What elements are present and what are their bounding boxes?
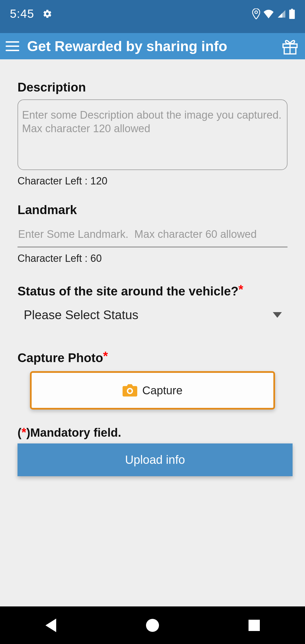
app-bar: Get Rewarded by sharing info — [0, 33, 305, 59]
required-star-icon: * — [103, 349, 108, 363]
capture-photo-label: Capture Photo* — [18, 351, 287, 365]
upload-info-button[interactable]: Upload info — [18, 443, 293, 476]
cell-signal-icon — [277, 9, 286, 18]
navigation-bar — [0, 606, 305, 644]
back-button[interactable] — [42, 617, 59, 634]
app-title: Get Rewarded by sharing info — [27, 38, 273, 55]
recent-apps-button[interactable] — [246, 617, 263, 634]
battery-icon — [289, 9, 295, 19]
landmark-label: Landmark — [18, 203, 287, 217]
home-button[interactable] — [144, 617, 161, 634]
gift-icon[interactable] — [281, 37, 299, 56]
chevron-down-icon — [273, 312, 282, 318]
wifi-icon — [263, 9, 274, 18]
site-status-select[interactable]: Please Select Status — [18, 306, 287, 324]
camera-icon — [123, 384, 137, 397]
description-label: Description — [18, 80, 287, 94]
capture-button-label: Capture — [142, 384, 182, 397]
description-char-left: Character Left : 120 — [18, 175, 287, 187]
capture-button[interactable]: Capture — [30, 371, 275, 410]
form-content: Description Character Left : 120 Landmar… — [0, 59, 305, 606]
site-status-selected: Please Select Status — [24, 308, 273, 322]
mandatory-note: (*)Mandatory field. — [18, 425, 287, 440]
location-icon — [252, 8, 260, 19]
required-star-icon: * — [238, 282, 243, 296]
description-input[interactable] — [18, 99, 287, 170]
landmark-input[interactable] — [18, 226, 287, 247]
required-star-icon: * — [21, 425, 26, 439]
menu-button[interactable] — [6, 39, 20, 53]
landmark-char-left: Character Left : 60 — [18, 253, 287, 264]
status-bar: 5:45 — [0, 0, 305, 33]
status-time: 5:45 — [10, 7, 34, 21]
gear-icon — [43, 9, 52, 19]
site-status-label: Status of the site around the vehicle?* — [18, 284, 287, 298]
